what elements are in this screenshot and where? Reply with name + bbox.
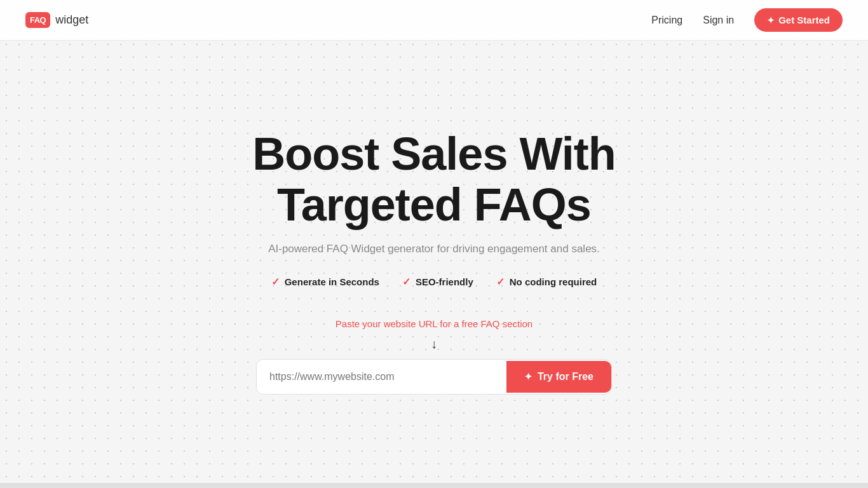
- navbar: FAQ widget Pricing Sign in ✦ Get Started: [0, 0, 868, 41]
- feature-item-2: ✓ SEO-friendly: [402, 276, 473, 288]
- feature-label-2: SEO-friendly: [416, 276, 473, 287]
- url-hint-colored: for a free FAQ section: [440, 318, 532, 329]
- logo[interactable]: FAQ widget: [25, 12, 88, 28]
- hero-title: Boost Sales With Targeted FAQs: [252, 129, 615, 229]
- try-free-button[interactable]: ✦ Try for Free: [506, 361, 611, 393]
- try-free-star-icon: ✦: [524, 371, 532, 383]
- url-section: Paste your website URL for a free FAQ se…: [256, 318, 612, 395]
- url-hint-plain: Paste your website URL: [336, 318, 437, 329]
- url-hint: Paste your website URL for a free FAQ se…: [336, 318, 532, 329]
- check-icon-1: ✓: [271, 276, 280, 288]
- try-free-label: Try for Free: [538, 371, 593, 383]
- get-started-star-icon: ✦: [767, 15, 775, 25]
- url-input-row: ✦ Try for Free: [256, 359, 612, 395]
- get-started-label: Get Started: [778, 15, 830, 25]
- feature-item-3: ✓ No coding required: [496, 276, 597, 288]
- nav-signin-link[interactable]: Sign in: [703, 15, 734, 26]
- arrow-down-icon: ↓: [431, 337, 437, 351]
- hero-subtitle: AI-powered FAQ Widget generator for driv…: [268, 243, 600, 255]
- nav-links: Pricing Sign in ✦ Get Started: [651, 8, 843, 32]
- check-icon-3: ✓: [496, 276, 505, 288]
- logo-sub-text: widget: [55, 13, 88, 27]
- logo-icon-box: FAQ: [25, 12, 50, 28]
- feature-label-3: No coding required: [510, 276, 597, 287]
- get-started-button[interactable]: ✦ Get Started: [754, 8, 843, 32]
- main-content: Boost Sales With Targeted FAQs AI-powere…: [0, 41, 868, 483]
- feature-item-1: ✓ Generate in Seconds: [271, 276, 379, 288]
- hero-title-line1: Boost Sales With: [252, 128, 615, 179]
- page-wrapper: FAQ widget Pricing Sign in ✦ Get Started…: [0, 0, 868, 488]
- url-input[interactable]: [257, 360, 506, 394]
- feature-label-1: Generate in Seconds: [285, 276, 379, 287]
- hero-title-line2: Targeted FAQs: [277, 179, 591, 230]
- check-icon-2: ✓: [402, 276, 410, 288]
- nav-pricing-link[interactable]: Pricing: [651, 15, 682, 26]
- features-row: ✓ Generate in Seconds ✓ SEO-friendly ✓ N…: [271, 276, 597, 288]
- bottom-bar: [0, 483, 868, 488]
